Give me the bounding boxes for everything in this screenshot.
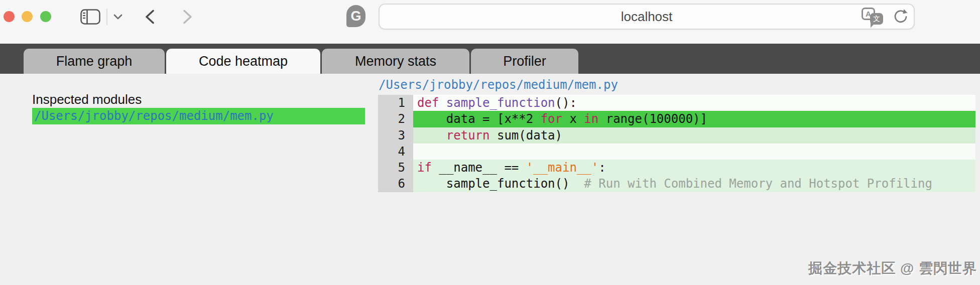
grammarly-letter: G xyxy=(350,9,361,24)
minimize-window-button[interactable] xyxy=(22,11,33,22)
line-number: 6 xyxy=(378,176,413,192)
line-number: 2 xyxy=(378,111,413,127)
translate-icon[interactable]: A 文 xyxy=(862,7,888,26)
close-window-button[interactable] xyxy=(4,11,15,22)
line-number: 3 xyxy=(378,127,413,144)
code-line: 3 return sum(data) xyxy=(378,127,975,144)
forward-button[interactable] xyxy=(182,10,193,24)
chevron-down-icon[interactable] xyxy=(113,14,122,20)
module-list: /Users/jrobby/repos/medium/mem.py xyxy=(32,108,365,124)
tab-memory-stats[interactable]: Memory stats xyxy=(322,49,469,74)
reload-button[interactable] xyxy=(893,9,909,25)
code-line-text: sample_function() # Run with Combined Me… xyxy=(413,176,975,192)
code-line: 2 data = [x**2 for x in range(100000)] xyxy=(378,111,975,127)
address-bar-url: localhost xyxy=(621,9,673,25)
tab-bar: Flame graphCode heatmapMemory statsProfi… xyxy=(0,44,980,74)
code-line: 1def sample_function(): xyxy=(378,95,975,111)
watermark-text: 掘金技术社区 @ 雲閃世界 xyxy=(808,259,977,278)
address-bar[interactable]: localhost A 文 xyxy=(379,4,915,30)
toolbar-divider xyxy=(106,9,107,25)
code-line-text: return sum(data) xyxy=(413,127,975,144)
grammarly-extension-icon[interactable]: G xyxy=(346,5,365,27)
code-line: 4 xyxy=(378,144,975,160)
line-number: 1 xyxy=(378,95,413,111)
zoom-window-button[interactable] xyxy=(40,11,51,22)
code-line-text: if __name__ == '__main__': xyxy=(413,160,975,176)
code-file-path: /Users/jrobby/repos/medium/mem.py xyxy=(379,78,618,92)
code-block: 1def sample_function():2 data = [x**2 fo… xyxy=(378,95,975,192)
module-list-item[interactable]: /Users/jrobby/repos/medium/mem.py xyxy=(32,108,365,124)
tab-flame-graph[interactable]: Flame graph xyxy=(24,49,165,74)
back-button[interactable] xyxy=(145,10,156,24)
tab-profiler[interactable]: Profiler xyxy=(471,49,578,74)
code-line: 5if __name__ == '__main__': xyxy=(378,160,975,176)
code-line-text: data = [x**2 for x in range(100000)] xyxy=(413,111,975,127)
inspected-modules-heading: Inspected modules xyxy=(32,92,142,107)
line-number: 5 xyxy=(378,160,413,176)
code-line: 6 sample_function() # Run with Combined … xyxy=(378,176,975,192)
sidebar-toggle-icon[interactable] xyxy=(80,9,100,25)
translate-x-bubble: 文 xyxy=(870,13,883,25)
browser-toolbar: G localhost A 文 xyxy=(0,0,980,44)
code-line-text xyxy=(413,144,975,160)
tab-code-heatmap[interactable]: Code heatmap xyxy=(166,49,320,74)
line-number: 4 xyxy=(378,144,413,160)
code-line-text: def sample_function(): xyxy=(413,95,975,111)
